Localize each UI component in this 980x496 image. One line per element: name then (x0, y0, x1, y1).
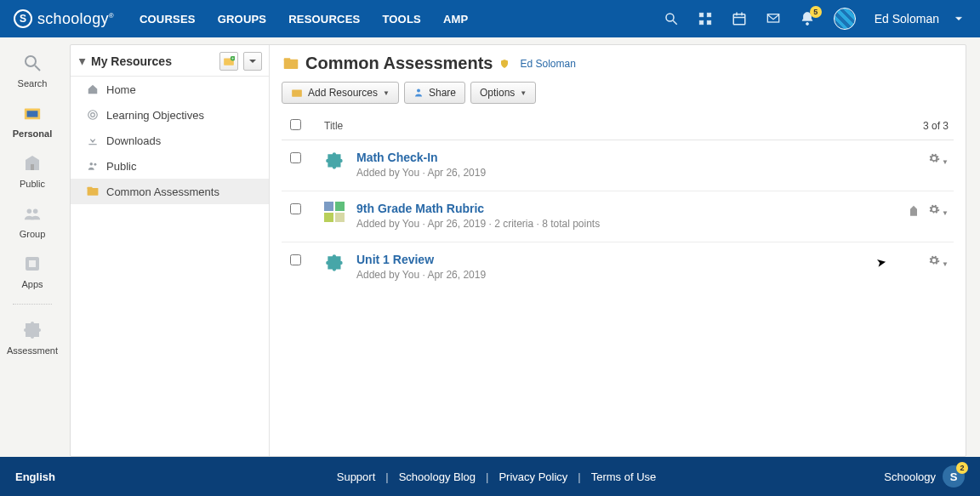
calendar-icon[interactable] (732, 11, 747, 26)
row-gear-menu[interactable]: ▼ (927, 254, 949, 269)
row-gear-menu[interactable]: ▼ (927, 203, 949, 218)
content-board: ▶ My Resources + HomeLearning Objectives… (70, 44, 966, 457)
svg-point-17 (27, 209, 31, 214)
rail-public[interactable]: Public (6, 150, 59, 191)
mail-icon[interactable] (766, 11, 781, 26)
rail-assessment[interactable]: Assessment (6, 316, 59, 358)
page-title: Common Assessments (305, 54, 493, 73)
sidebar-item-label: Home (106, 83, 136, 96)
assessment-puzzle-icon (20, 318, 44, 342)
assessment-puzzle-icon (324, 151, 348, 174)
add-collection-button[interactable]: + (219, 52, 238, 71)
rubric-icon (324, 202, 348, 225)
row-checkbox[interactable] (290, 152, 301, 163)
share-button[interactable]: Share (404, 82, 465, 104)
site-footer: English Support|Schoology Blog|Privacy P… (0, 457, 980, 496)
select-all-checkbox[interactable] (290, 119, 301, 130)
footer-separator: | (578, 470, 580, 483)
sidebar-item-downloads[interactable]: Downloads (71, 128, 269, 153)
nav-resources[interactable]: RESOURCES (288, 13, 360, 26)
svg-point-0 (666, 14, 674, 21)
svg-line-1 (673, 20, 677, 25)
row-checkbox[interactable] (290, 254, 301, 265)
group-icon (20, 202, 44, 225)
footer-separator: | (486, 470, 488, 483)
magnifier-icon (20, 51, 44, 75)
resource-row: Math Check-InAdded by You · Apr 26, 2019… (282, 140, 954, 191)
footer-separator: | (385, 470, 388, 483)
owner-shield-icon (499, 58, 510, 70)
header-bar: S schoology® COURSES GROUPS RESOURCES TO… (0, 0, 980, 37)
resource-title-link[interactable]: Math Check-In (356, 151, 486, 164)
svg-rect-15 (27, 111, 38, 117)
help-bubble-badge: 2 (956, 462, 968, 474)
language-selector[interactable]: English (15, 470, 55, 483)
help-bubble[interactable]: S 2 (943, 465, 965, 487)
row-gear-menu[interactable]: ▼ (927, 152, 949, 167)
resource-title-link[interactable]: Unit 1 Review (356, 253, 486, 266)
sidebar-item-common-assessments[interactable]: Common Assessments (71, 179, 269, 204)
footer-link-schoology-blog[interactable]: Schoology Blog (399, 470, 476, 483)
left-rail: Search Personal Public Group Apps (0, 37, 65, 457)
notification-badge: 5 (810, 6, 822, 18)
owner-link[interactable]: Ed Soloman (520, 58, 575, 70)
footer-link-privacy-policy[interactable]: Privacy Policy (499, 470, 567, 483)
svg-point-24 (88, 111, 98, 120)
building-icon (20, 151, 44, 175)
rail-personal[interactable]: Personal (6, 100, 59, 141)
user-avatar[interactable] (834, 8, 856, 30)
brand-wordmark: schoology® (37, 10, 114, 28)
apps-grid-icon[interactable] (698, 11, 713, 26)
align-icon[interactable] (907, 203, 920, 219)
rail-apps[interactable]: Apps (6, 250, 59, 292)
sidebar-item-label: Downloads (106, 134, 161, 147)
list-header: Title 3 of 3 (282, 112, 954, 140)
people-icon (86, 159, 100, 173)
nav-groups[interactable]: GROUPS (218, 13, 267, 26)
footer-link-support[interactable]: Support (337, 470, 376, 483)
rail-search[interactable]: Search (6, 49, 59, 91)
rail-group[interactable]: Group (6, 200, 59, 242)
folder-icon (283, 57, 299, 71)
nav-amp[interactable]: AMP (443, 13, 469, 26)
header-icon-tray: 5 Ed Soloman (664, 8, 966, 30)
svg-point-11 (806, 23, 808, 26)
username-label[interactable]: Ed Soloman (875, 12, 939, 26)
svg-rect-32 (284, 58, 291, 60)
resource-row: 9th Grade Math RubricAdded by You · Apr … (282, 191, 954, 242)
svg-point-18 (33, 209, 37, 214)
personal-folder-icon (20, 101, 44, 125)
svg-rect-4 (699, 20, 704, 25)
nav-courses[interactable]: COURSES (140, 13, 196, 26)
row-checkbox[interactable] (290, 203, 301, 214)
resource-title-link[interactable]: 9th Grade Math Rubric (356, 202, 600, 215)
options-button[interactable]: Options▼ (470, 82, 536, 104)
sidebar-heading: My Resources (91, 54, 214, 68)
item-count: 3 of 3 (923, 120, 949, 132)
resource-row: Unit 1 ReviewAdded by You · Apr 26, 2019… (282, 242, 954, 293)
rail-separator (13, 304, 52, 305)
sidebar-item-public[interactable]: Public (71, 153, 269, 179)
download-icon (86, 134, 100, 147)
notifications-icon[interactable]: 5 (800, 11, 815, 26)
add-resources-button[interactable]: Add Resources▼ (282, 82, 399, 104)
brand-mark-icon: S (14, 9, 32, 28)
footer-link-terms-of-use[interactable]: Terms of Use (591, 470, 657, 483)
search-icon[interactable] (664, 11, 679, 26)
sidebar-item-learning-objectives[interactable]: Learning Objectives (71, 102, 269, 128)
primary-nav: COURSES GROUPS RESOURCES TOOLS AMP (140, 13, 468, 26)
svg-rect-16 (31, 164, 34, 170)
svg-point-28 (94, 163, 96, 166)
svg-point-27 (90, 162, 94, 166)
svg-rect-33 (292, 90, 302, 97)
nav-tools[interactable]: TOOLS (382, 13, 421, 26)
collection-menu-button[interactable] (243, 52, 262, 71)
user-menu-chevron-icon[interactable] (951, 11, 966, 26)
target-icon (86, 108, 100, 122)
col-title: Title (324, 120, 375, 132)
sidebar-item-home[interactable]: Home (71, 77, 269, 102)
svg-rect-26 (88, 144, 96, 145)
collapse-caret-icon[interactable]: ▶ (78, 58, 88, 65)
svg-point-34 (417, 89, 420, 93)
resource-meta: Added by You · Apr 26, 2019 · 2 criteria… (356, 218, 600, 230)
